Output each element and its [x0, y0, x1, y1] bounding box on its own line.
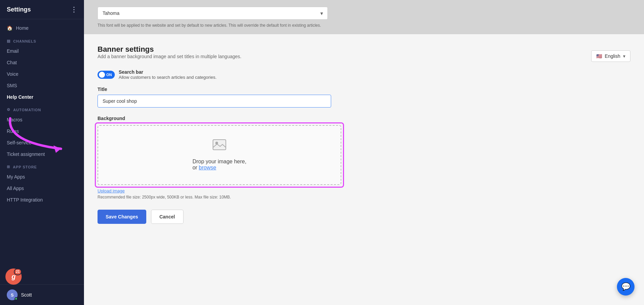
- app-store-label: APP STORE: [13, 165, 37, 169]
- upload-link[interactable]: Upload image: [98, 188, 630, 193]
- banner-header-left: Banner settings Add a banner background …: [98, 45, 241, 67]
- sidebar: Settings ⋮ 🏠 Home ▤ CHANNELS Email Chat …: [0, 0, 84, 305]
- button-row: Save Changes Cancel: [98, 210, 630, 224]
- automation-label: AUTOMATION: [13, 108, 41, 112]
- banner-section: Banner settings Add a banner background …: [84, 34, 644, 224]
- banner-subtitle: Add a banner background image and set ti…: [98, 54, 241, 59]
- search-bar-toggle[interactable]: ON: [98, 71, 115, 79]
- background-label: Background: [98, 116, 630, 121]
- sidebar-item-help-center[interactable]: Help Center: [0, 91, 84, 103]
- sidebar-item-my-apps[interactable]: My Apps: [0, 171, 84, 183]
- groove-count: 21: [14, 268, 22, 275]
- svg-rect-1: [213, 140, 226, 150]
- drop-zone[interactable]: Drop your image here, or browse: [98, 125, 341, 185]
- title-field-label: Title: [98, 87, 630, 92]
- browse-link[interactable]: browse: [199, 165, 216, 170]
- upload-hint: Recommended file size: 2500px wide, 500K…: [98, 195, 630, 200]
- language-dropdown[interactable]: 🇺🇸 English ▾: [591, 50, 630, 62]
- sidebar-item-ticket-assignment[interactable]: Ticket assignment: [0, 148, 84, 160]
- sidebar-section-automation: ⚙ AUTOMATION: [0, 103, 84, 114]
- font-select[interactable]: Tahoma: [98, 7, 328, 20]
- sidebar-item-sms[interactable]: SMS: [0, 80, 84, 91]
- toggle-knob: [99, 72, 105, 78]
- title-input[interactable]: [98, 95, 331, 108]
- chevron-down-icon: ▾: [623, 53, 625, 59]
- sidebar-nav: 🏠 Home ▤ CHANNELS Email Chat Voice SMS H…: [0, 19, 84, 284]
- sidebar-menu-icon[interactable]: ⋮: [70, 5, 77, 14]
- language-label: English: [605, 53, 620, 59]
- drop-zone-text: Drop your image here, or browse: [192, 159, 246, 171]
- sidebar-item-macros[interactable]: Macros: [0, 114, 84, 125]
- save-button[interactable]: Save Changes: [98, 210, 146, 224]
- avatar[interactable]: S: [7, 289, 18, 300]
- app-store-icon: ⊞: [7, 165, 10, 169]
- sidebar-user: S Scott: [0, 284, 84, 305]
- font-select-wrapper: Tahoma: [98, 7, 328, 20]
- search-bar-info: Search bar Allow customers to search art…: [119, 69, 217, 80]
- sidebar-section-channels: ▤ CHANNELS: [0, 34, 84, 45]
- home-icon: 🏠: [7, 25, 13, 31]
- font-hint: This font will be applied to the website…: [98, 22, 630, 28]
- avatar-letter: S: [11, 292, 14, 298]
- chat-bubble-button[interactable]: 💬: [617, 278, 635, 296]
- sidebar-title: Settings: [7, 6, 31, 13]
- drop-zone-wrapper: Drop your image here, or browse: [98, 125, 341, 185]
- sidebar-item-home-label: Home: [16, 25, 28, 31]
- sidebar-item-all-apps[interactable]: All Apps: [0, 183, 84, 194]
- sidebar-item-chat[interactable]: Chat: [0, 57, 84, 68]
- online-indicator: [15, 297, 18, 300]
- sidebar-item-email[interactable]: Email: [0, 45, 84, 57]
- flag-icon: 🇺🇸: [596, 53, 602, 59]
- cancel-button[interactable]: Cancel: [151, 210, 184, 224]
- channels-label: CHANNELS: [13, 39, 36, 43]
- sidebar-item-self-service[interactable]: Self-service: [0, 137, 84, 148]
- sidebar-header: Settings ⋮: [0, 0, 84, 19]
- banner-title: Banner settings: [98, 45, 241, 54]
- chat-bubble-icon: 💬: [621, 282, 630, 291]
- sidebar-item-rules[interactable]: Rules: [0, 125, 84, 137]
- automation-icon: ⚙: [7, 108, 10, 112]
- banner-header: Banner settings Add a banner background …: [98, 45, 630, 67]
- main-content: Tahoma This font will be applied to the …: [84, 0, 644, 305]
- search-bar-row: ON Search bar Allow customers to search …: [98, 69, 630, 80]
- search-bar-label: Search bar: [119, 69, 217, 75]
- font-section: Tahoma This font will be applied to the …: [84, 0, 644, 34]
- channels-icon: ▤: [7, 39, 10, 43]
- groove-badge[interactable]: g 21: [5, 268, 22, 285]
- user-name: Scott: [21, 292, 32, 298]
- sidebar-item-http-integration[interactable]: HTTP Integration: [0, 194, 84, 206]
- sidebar-item-voice[interactable]: Voice: [0, 68, 84, 80]
- sidebar-item-home[interactable]: 🏠 Home: [0, 22, 84, 34]
- search-bar-description: Allow customers to search articles and c…: [119, 75, 217, 80]
- sidebar-section-app-store: ⊞ APP STORE: [0, 160, 84, 171]
- image-icon: [213, 139, 226, 155]
- toggle-on-label: ON: [106, 73, 112, 77]
